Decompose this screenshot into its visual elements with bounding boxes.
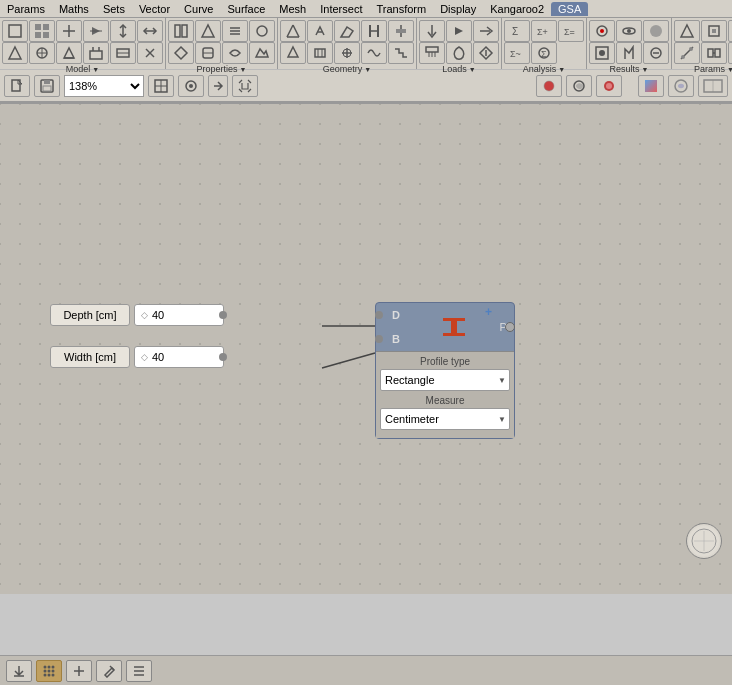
analysis-btn-5[interactable]: Σ — [531, 42, 557, 64]
menu-vector[interactable]: Vector — [132, 2, 177, 16]
status-btn-pen[interactable] — [96, 660, 122, 682]
color-btn-1[interactable] — [536, 75, 562, 97]
model-expand-icon: ▼ — [92, 66, 99, 73]
properties-label: Properties ▼ — [168, 64, 275, 75]
results-btn-6[interactable] — [643, 42, 669, 64]
geom-btn-5[interactable] — [388, 20, 414, 42]
geom-btn-9[interactable] — [361, 42, 387, 64]
depth-node: Depth [cm] ◇ 40 — [50, 304, 224, 326]
navigator[interactable] — [686, 523, 722, 559]
canvas-area[interactable]: Depth [cm] ◇ 40 Width [cm] ◇ 40 D — [0, 104, 732, 594]
menu-transform[interactable]: Transform — [369, 2, 433, 16]
params-btn-2[interactable] — [701, 20, 727, 42]
port-d-label: D — [384, 309, 400, 321]
menu-params[interactable]: Params — [0, 2, 52, 16]
model-btn-4[interactable] — [83, 20, 109, 42]
model-btn-10[interactable] — [83, 42, 109, 64]
loads-btn-1[interactable] — [419, 20, 445, 42]
loads-btn-6[interactable] — [473, 42, 499, 64]
params-btn-6[interactable] — [728, 42, 732, 64]
menu-curve[interactable]: Curve — [177, 2, 220, 16]
model-btn-1[interactable] — [2, 20, 28, 42]
analysis-btn-4[interactable]: Σ~ — [504, 42, 530, 64]
profile-type-section: Profile type Rectangle Circle I-Beam — [380, 356, 510, 391]
model-btn-7[interactable] — [2, 42, 28, 64]
loads-btn-3[interactable] — [473, 20, 499, 42]
zoom-select[interactable]: 138% 100% 75% 50% — [64, 75, 144, 97]
menu-gsa[interactable]: GSA — [551, 2, 588, 16]
menu-intersect[interactable]: Intersect — [313, 2, 369, 16]
status-btn-download[interactable] — [6, 660, 32, 682]
menu-kangaroo2[interactable]: Kangaroo2 — [483, 2, 551, 16]
results-btn-1[interactable] — [589, 20, 615, 42]
model-btn-12[interactable] — [137, 42, 163, 64]
view-btn-3[interactable] — [208, 75, 228, 97]
menu-maths[interactable]: Maths — [52, 2, 96, 16]
menu-surface[interactable]: Surface — [220, 2, 272, 16]
gradient-btn-1[interactable] — [638, 75, 664, 97]
output-section: Pf — [500, 321, 510, 333]
model-btn-3[interactable] — [56, 20, 82, 42]
color-btn-2[interactable] — [566, 75, 592, 97]
model-btn-9[interactable] — [56, 42, 82, 64]
model-btn-8[interactable] — [29, 42, 55, 64]
save-btn[interactable] — [34, 75, 60, 97]
menu-mesh[interactable]: Mesh — [272, 2, 313, 16]
params-btn-1[interactable] — [674, 20, 700, 42]
analysis-btn-3[interactable]: Σ= — [558, 20, 584, 42]
analysis-btn-2[interactable]: Σ+ — [531, 20, 557, 42]
toolbar-row1: Model ▼ — [0, 18, 732, 70]
measure-select[interactable]: Centimeter Millimeter Meter — [380, 408, 510, 430]
view-btn-1[interactable] — [148, 75, 174, 97]
new-file-btn[interactable] — [4, 75, 30, 97]
gradient-btn-2[interactable] — [668, 75, 694, 97]
view-btn-2[interactable] — [178, 75, 204, 97]
geom-btn-10[interactable] — [388, 42, 414, 64]
params-btn-5[interactable] — [701, 42, 727, 64]
status-btn-grid[interactable] — [36, 660, 62, 682]
geom-btn-3[interactable] — [334, 20, 360, 42]
geom-btn-2[interactable] — [307, 20, 333, 42]
model-btn-2[interactable] — [29, 20, 55, 42]
gradient-btn-3[interactable] — [698, 75, 728, 97]
depth-value[interactable]: ◇ 40 — [134, 304, 224, 326]
depth-label: Depth [cm] — [50, 304, 130, 326]
props-btn-7[interactable] — [222, 42, 248, 64]
geom-btn-4[interactable] — [361, 20, 387, 42]
props-btn-8[interactable] — [249, 42, 275, 64]
geom-btn-7[interactable] — [307, 42, 333, 64]
profile-type-select[interactable]: Rectangle Circle I-Beam — [380, 369, 510, 391]
geom-btn-6[interactable] — [280, 42, 306, 64]
model-btn-6[interactable] — [137, 20, 163, 42]
props-btn-4[interactable] — [249, 20, 275, 42]
plus-icon[interactable]: + — [485, 305, 492, 319]
props-btn-3[interactable] — [222, 20, 248, 42]
props-btn-1[interactable] — [168, 20, 194, 42]
props-btn-2[interactable] — [195, 20, 221, 42]
menu-sets[interactable]: Sets — [96, 2, 132, 16]
loads-btn-2[interactable] — [446, 20, 472, 42]
model-btn-5[interactable] — [110, 20, 136, 42]
loads-btn-4[interactable] — [419, 42, 445, 64]
width-value[interactable]: ◇ 40 — [134, 346, 224, 368]
menu-display[interactable]: Display — [433, 2, 483, 16]
view-btn-4[interactable] — [232, 75, 258, 97]
analysis-btn-1[interactable]: Σ — [504, 20, 530, 42]
results-btn-2[interactable] — [616, 20, 642, 42]
params-btn-3[interactable] — [728, 20, 732, 42]
results-btn-4[interactable] — [589, 42, 615, 64]
model-label: Model ▼ — [2, 64, 163, 75]
status-btn-add[interactable] — [66, 660, 92, 682]
params-btn-4[interactable] — [674, 42, 700, 64]
geom-btn-8[interactable] — [334, 42, 360, 64]
color-btn-3[interactable] — [596, 75, 622, 97]
model-btn-11[interactable] — [110, 42, 136, 64]
results-btn-3[interactable] — [643, 20, 669, 42]
props-btn-6[interactable] — [195, 42, 221, 64]
props-btn-5[interactable] — [168, 42, 194, 64]
loads-btn-5[interactable] — [446, 42, 472, 64]
results-btn-5[interactable] — [616, 42, 642, 64]
status-btn-settings[interactable] — [126, 660, 152, 682]
svg-point-96 — [48, 665, 51, 668]
geom-btn-1[interactable] — [280, 20, 306, 42]
